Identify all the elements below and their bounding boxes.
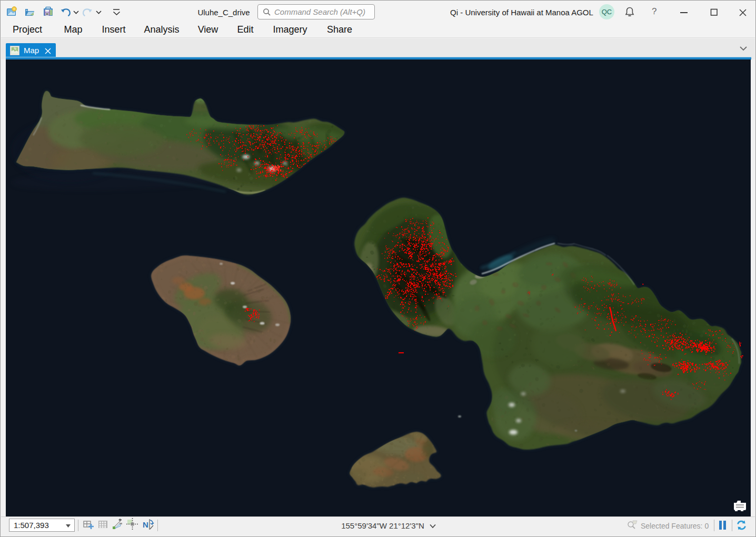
svg-text:N: N <box>143 520 148 529</box>
